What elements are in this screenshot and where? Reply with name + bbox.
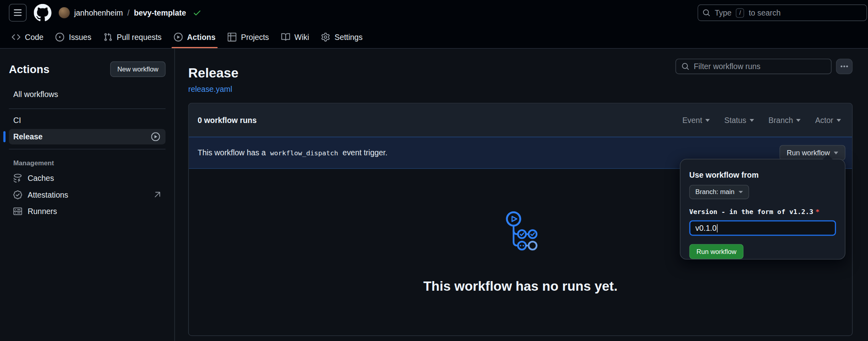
owner-avatar[interactable] xyxy=(59,7,70,18)
tab-label: Issues xyxy=(69,32,91,41)
tab-label: Settings xyxy=(334,32,362,41)
topbar: janhohenheim / bevy-template Type / to s… xyxy=(0,0,868,26)
banner-text: This workflow has a workflow_dispatch ev… xyxy=(198,148,387,157)
text-cursor xyxy=(717,224,717,232)
tab-issues[interactable]: Issues xyxy=(51,26,96,48)
runs-count: 0 workflow runs xyxy=(198,116,257,125)
chevron-down-icon xyxy=(750,119,754,121)
external-link-arrow-icon xyxy=(153,191,161,198)
breadcrumb-repo-link[interactable]: bevy-template xyxy=(134,8,186,17)
run-workflow-submit-button[interactable]: Run workflow xyxy=(689,244,744,259)
sidebar-item-label: Caches xyxy=(28,174,54,182)
search-icon xyxy=(703,9,710,16)
play-icon xyxy=(174,32,183,41)
workflow-file-link[interactable]: release.yaml xyxy=(188,85,232,93)
version-input[interactable]: v0.1.0 xyxy=(689,220,836,236)
workflow-options-kebab-button[interactable] xyxy=(836,59,853,74)
management-section-title: Management xyxy=(13,159,161,167)
version-input-value: v0.1.0 xyxy=(695,224,717,232)
event-filter-dropdown[interactable]: Event xyxy=(682,116,710,125)
sidebar-divider xyxy=(9,109,165,109)
tab-label: Projects xyxy=(241,32,269,41)
sidebar-item-runners[interactable]: Runners xyxy=(9,204,165,219)
breadcrumb-owner-link[interactable]: janhohenheim xyxy=(74,8,123,17)
gear-icon xyxy=(321,32,330,41)
tab-projects[interactable]: Projects xyxy=(223,26,274,48)
run-workflow-dropdown-button[interactable]: Run workflow xyxy=(779,145,845,161)
branch-filter-dropdown[interactable]: Branch xyxy=(769,116,801,125)
tab-label: Wiki xyxy=(294,32,309,41)
chevron-down-icon xyxy=(705,119,710,121)
github-actions-page: janhohenheim / bevy-template Type / to s… xyxy=(0,0,868,341)
verified-badge-icon xyxy=(13,190,22,199)
slash-keycap: / xyxy=(736,8,744,18)
tab-actions[interactable]: Actions xyxy=(169,26,220,48)
sidebar-item-release[interactable]: Release xyxy=(9,129,165,145)
repo-nav-tabs: Code Issues Pull requests Actions Projec… xyxy=(0,26,868,48)
search-placeholder-suffix: to search xyxy=(749,8,781,17)
sidebar-item-attestations[interactable]: Attestations xyxy=(9,187,165,202)
required-marker: * xyxy=(816,208,820,216)
tab-label: Actions xyxy=(187,32,215,41)
sidebar-item-all-workflows[interactable]: All workflows xyxy=(9,86,165,102)
workflow-dispatch-code: workflow_dispatch xyxy=(268,149,340,157)
sidebar-header: Actions New workflow xyxy=(9,61,165,77)
actor-filter-dropdown[interactable]: Actor xyxy=(815,116,841,125)
server-icon xyxy=(13,207,22,216)
tab-settings[interactable]: Settings xyxy=(317,26,367,48)
sidebar-item-ci[interactable]: CI xyxy=(9,112,165,128)
filter-input-field[interactable] xyxy=(694,62,826,71)
git-pull-request-icon xyxy=(103,32,112,41)
github-logo-icon[interactable] xyxy=(34,4,52,22)
commit-status-check-icon[interactable] xyxy=(193,8,201,17)
runs-filters: Event Status Branch Actor xyxy=(682,116,841,125)
actions-sidebar: Actions New workflow All workflows CI Re… xyxy=(0,49,175,341)
chevron-down-icon xyxy=(834,151,838,154)
sidebar-item-label: Attestations xyxy=(28,190,68,199)
sidebar-item-caches[interactable]: Caches xyxy=(9,170,165,186)
empty-state-title: This workflow has no runs yet. xyxy=(189,278,852,294)
global-nav-menu-button[interactable] xyxy=(9,4,26,22)
new-workflow-button[interactable]: New workflow xyxy=(110,61,166,77)
chevron-down-icon xyxy=(836,119,841,121)
chevron-down-icon xyxy=(739,191,743,193)
status-filter-dropdown[interactable]: Status xyxy=(724,116,754,125)
workflow-dispatch-play-icon xyxy=(151,132,160,141)
table-icon xyxy=(228,32,236,41)
breadcrumb: janhohenheim / bevy-template xyxy=(59,7,202,18)
search-placeholder-prefix: Type xyxy=(715,8,731,17)
kebab-horizontal-icon xyxy=(840,62,849,71)
tab-label: Pull requests xyxy=(117,32,161,41)
workflow-graph-icon xyxy=(502,210,538,254)
code-icon xyxy=(12,32,20,41)
sidebar-item-label: Release xyxy=(13,132,42,141)
global-header: janhohenheim / bevy-template Type / to s… xyxy=(0,0,868,49)
tab-code[interactable]: Code xyxy=(7,26,48,48)
sidebar-divider xyxy=(9,149,165,149)
cache-database-icon xyxy=(13,174,22,182)
chevron-down-icon xyxy=(796,119,801,121)
runs-list-header: 0 workflow runs Event Status Branch Acto… xyxy=(189,103,852,137)
main-header: Release release.yaml xyxy=(188,59,852,94)
search-icon xyxy=(681,63,689,70)
sidebar-item-label: Runners xyxy=(28,207,57,216)
global-search-input[interactable]: Type / to search xyxy=(697,4,867,21)
tab-label: Code xyxy=(25,32,43,41)
selected-indicator-bar xyxy=(3,131,6,142)
hamburger-icon xyxy=(13,8,22,17)
popover-heading: Use workflow from xyxy=(689,170,836,179)
tab-pull-requests[interactable]: Pull requests xyxy=(99,26,166,48)
version-input-label: Version - in the form of v1.2.3* xyxy=(689,208,836,216)
issue-opened-icon xyxy=(56,32,64,41)
book-icon xyxy=(281,32,290,41)
breadcrumb-separator: / xyxy=(127,8,129,17)
sidebar-title: Actions xyxy=(9,63,50,75)
tab-wiki[interactable]: Wiki xyxy=(277,26,314,48)
page-title: Release xyxy=(188,65,238,81)
filter-workflow-runs-input[interactable] xyxy=(675,59,832,74)
branch-selector-button[interactable]: Branch: main xyxy=(689,185,749,199)
run-workflow-popover: Use workflow from Branch: main Version -… xyxy=(680,159,845,260)
